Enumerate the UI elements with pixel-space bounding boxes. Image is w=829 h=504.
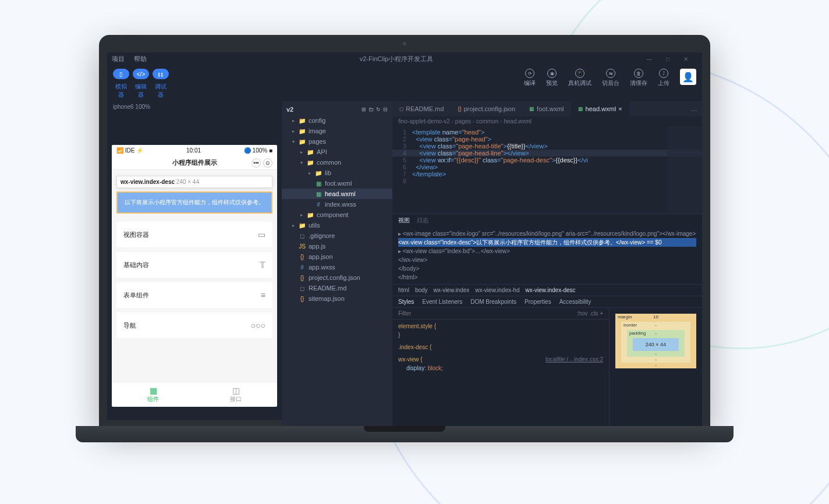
tree-item[interactable]: ▾📁common: [282, 157, 392, 168]
dom-crumb-item[interactable]: html: [398, 287, 409, 293]
maximize-icon[interactable]: □: [666, 56, 669, 62]
tree-item[interactable]: ▦head.wxml: [282, 189, 392, 199]
topbar-action[interactable]: ⇆切后台: [602, 69, 619, 87]
tree-item[interactable]: ▸📁component: [282, 210, 392, 220]
tree-item[interactable]: ▸📁config: [282, 115, 392, 126]
avatar[interactable]: [680, 69, 696, 85]
collapse-icon[interactable]: ⊟: [383, 107, 388, 112]
css-rule[interactable]: element.style {}: [398, 322, 603, 339]
editor-tab[interactable]: ◻README.md: [392, 101, 451, 116]
editor-tab[interactable]: {}project.config.json: [451, 101, 522, 116]
source-link[interactable]: localfile:/…index.css:2: [545, 355, 603, 364]
dom-crumb-item[interactable]: wx-view.index-desc: [525, 287, 575, 293]
highlighted-element[interactable]: 以下将展示小程序官方组件能力，组件样式仅供参考。: [116, 191, 272, 214]
breadcrumb-item[interactable]: common: [476, 118, 504, 125]
dom-node[interactable]: </body>: [398, 264, 696, 273]
styles-filter-actions[interactable]: :hov .cls +: [577, 310, 603, 317]
code-line[interactable]: 4 <view class="page-head-line"></view>: [392, 150, 702, 157]
dom-crumb-item[interactable]: body: [415, 287, 428, 293]
window-title: v2-FinClip小程序开发工具: [156, 55, 637, 63]
window-controls: — □ ✕: [646, 56, 697, 62]
editor-tab[interactable]: ▦foot.wxml: [522, 101, 571, 116]
tree-item[interactable]: ◻README.md: [282, 283, 392, 293]
tree-item[interactable]: {}project.config.json: [282, 272, 392, 283]
simulator-toggle[interactable]: ▯: [113, 69, 129, 79]
breadcrumb-item[interactable]: fino-applet-demo-v2: [398, 118, 455, 125]
phone-simulator: 📶 IDE ⚡ 10:01 🔵 100% ■ 小程序组件展示 ••• ⊙: [112, 145, 277, 407]
css-rule[interactable]: .index-desc {</span></div><div class="cs…: [398, 343, 603, 352]
component-item[interactable]: 表单组件≡: [116, 282, 272, 308]
laptop-frame: 项目 帮助 v2-FinClip小程序开发工具 — □ ✕ ▯ </> ⫿⫿: [99, 35, 710, 442]
menu-help[interactable]: 帮助: [134, 55, 147, 63]
dom-node[interactable]: </html>: [398, 273, 696, 282]
close-tab-icon[interactable]: ×: [618, 105, 622, 112]
code-line[interactable]: 2 <view class="page-head">: [392, 136, 702, 143]
tabs-more-icon[interactable]: …: [686, 105, 702, 112]
editor-toggle[interactable]: </>: [133, 69, 149, 79]
tree-item[interactable]: {}app.json: [282, 251, 392, 262]
phone-tab[interactable]: ◫接口: [194, 382, 277, 407]
tree-item[interactable]: ▸📁lib: [282, 168, 392, 178]
tree-item[interactable]: ▸📁API: [282, 147, 392, 157]
tree-item[interactable]: ▾📁pages: [282, 136, 392, 147]
css-rules[interactable]: element.style {}.index-desc {</span></di…: [392, 320, 609, 427]
component-item[interactable]: 导航○○○: [116, 313, 272, 338]
tree-item[interactable]: ▦foot.wxml: [282, 178, 392, 189]
styles-tab[interactable]: Accessibility: [559, 299, 591, 305]
tree-item[interactable]: JSapp.js: [282, 241, 392, 251]
dom-tree[interactable]: ▸ <wx-image class="index-logo" src="../r…: [392, 227, 702, 284]
file-name: app.js: [309, 243, 325, 250]
tree-item[interactable]: #app.wxss: [282, 262, 392, 272]
breadcrumb-item[interactable]: pages: [455, 118, 476, 125]
styles-filter-input[interactable]: [398, 310, 577, 317]
menubar: 项目 帮助 v2-FinClip小程序开发工具 — □ ✕: [107, 52, 702, 65]
debugger-toggle[interactable]: ⫿⫿: [153, 69, 169, 79]
tree-item[interactable]: #index.wxss: [282, 199, 392, 210]
topbar-action[interactable]: 📱真机调试: [568, 69, 591, 87]
more-icon[interactable]: •••: [251, 158, 261, 168]
code-line[interactable]: 6 </view>: [392, 164, 702, 171]
css-rule[interactable]: wx-view {localfile:/…index.css:2display:…: [398, 355, 603, 372]
dom-node[interactable]: </wx-view>: [398, 255, 696, 264]
styles-tab[interactable]: Properties: [525, 299, 551, 305]
breadcrumb-item[interactable]: head.wxml: [504, 118, 532, 125]
topbar-action[interactable]: ⟳编译: [524, 69, 536, 87]
styles-tab[interactable]: DOM Breakpoints: [470, 299, 516, 305]
code-line[interactable]: 7</template>: [392, 171, 702, 178]
phone-tab[interactable]: ▦组件: [112, 382, 194, 407]
tree-item[interactable]: ▸📁image: [282, 126, 392, 136]
close-icon[interactable]: ⊙: [263, 158, 272, 168]
editor-tab[interactable]: ▦head.wxml ×: [571, 101, 629, 116]
new-file-icon[interactable]: ⊞: [362, 107, 366, 112]
code-area[interactable]: 1<template name="head">2 <view class="pa…: [392, 126, 702, 214]
code-line[interactable]: 3 <view class="page-head-title">{{title}…: [392, 143, 702, 150]
tab-icon: ◫: [194, 386, 277, 395]
close-icon[interactable]: ✕: [683, 56, 688, 62]
refresh-icon[interactable]: ↻: [376, 107, 381, 112]
tree-item[interactable]: {}sitemap.json: [282, 293, 392, 304]
dom-node[interactable]: ▸ <wx-image class="index-logo" src="../r…: [398, 229, 696, 238]
code-line[interactable]: 5 <view wx:if="{{desc}}" class="page-hea…: [392, 157, 702, 164]
dom-crumb-item[interactable]: wx-view.index: [434, 287, 470, 293]
code-line[interactable]: 8: [392, 178, 702, 184]
minimize-icon[interactable]: —: [646, 56, 652, 62]
dom-crumb-item[interactable]: wx-view.index-hd: [475, 287, 519, 293]
topbar-action[interactable]: ◉预览: [546, 69, 558, 87]
devtools-tab-view[interactable]: 视图: [398, 216, 410, 225]
dom-node[interactable]: ▸ <wx-view class="index-bd">…</wx-view>: [398, 247, 696, 255]
component-item[interactable]: 视图容器▭: [116, 222, 272, 247]
component-item[interactable]: 基础内容𝕋: [116, 252, 272, 278]
topbar-action[interactable]: ⤴上传: [658, 69, 669, 87]
new-folder-icon[interactable]: 🗀: [369, 107, 374, 112]
styles-tab[interactable]: Event Listeners: [422, 299, 462, 305]
minimap[interactable]: [667, 126, 702, 214]
tree-item[interactable]: ▸📁utils: [282, 220, 392, 230]
styles-tab[interactable]: Styles: [398, 299, 414, 305]
tree-item[interactable]: ◻.gitignore: [282, 230, 392, 241]
code-line[interactable]: 1<template name="head">: [392, 129, 702, 136]
devtools-tab-log[interactable]: 日志: [417, 216, 428, 225]
project-root[interactable]: v2 ⊞ 🗀 ↻ ⊟: [282, 104, 392, 115]
topbar-action[interactable]: 🗑清缓存: [630, 69, 647, 87]
dom-node[interactable]: <wx-view class="index-desc">以下将展示小程序官方组件…: [398, 238, 696, 247]
menu-project[interactable]: 项目: [112, 55, 125, 63]
